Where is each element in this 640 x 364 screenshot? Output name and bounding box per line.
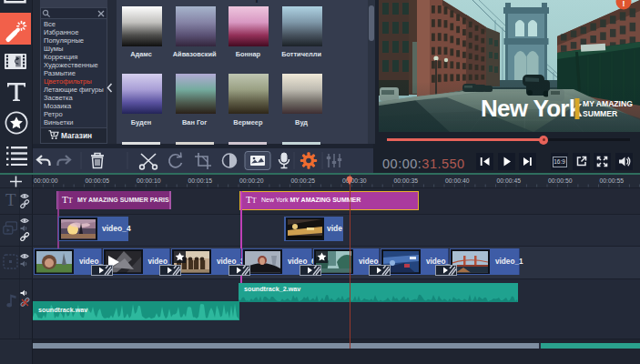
- svg-text:00:00:20: 00:00:20: [239, 177, 264, 184]
- svg-text:00:00:05: 00:00:05: [86, 177, 110, 184]
- svg-text:New York: New York: [481, 95, 583, 122]
- svg-text:00:00:45: 00:00:45: [497, 177, 522, 184]
- svg-text:00:00:15: 00:00:15: [188, 177, 213, 184]
- svg-text:00:00:40: 00:00:40: [445, 177, 470, 184]
- svg-text:00:00:55: 00:00:55: [600, 177, 625, 184]
- svg-text:SUMMER: SUMMER: [583, 109, 618, 118]
- svg-text:00:00:00: 00:00:00: [34, 177, 58, 184]
- svg-text:00:00:10: 00:00:10: [137, 177, 161, 184]
- svg-text:00:00:50: 00:00:50: [548, 177, 573, 184]
- svg-text:!: !: [623, 0, 625, 8]
- svg-text:00:00:35: 00:00:35: [394, 177, 419, 184]
- svg-text:MY AMAZING: MY AMAZING: [583, 99, 633, 108]
- svg-text:00:00:25: 00:00:25: [291, 177, 316, 184]
